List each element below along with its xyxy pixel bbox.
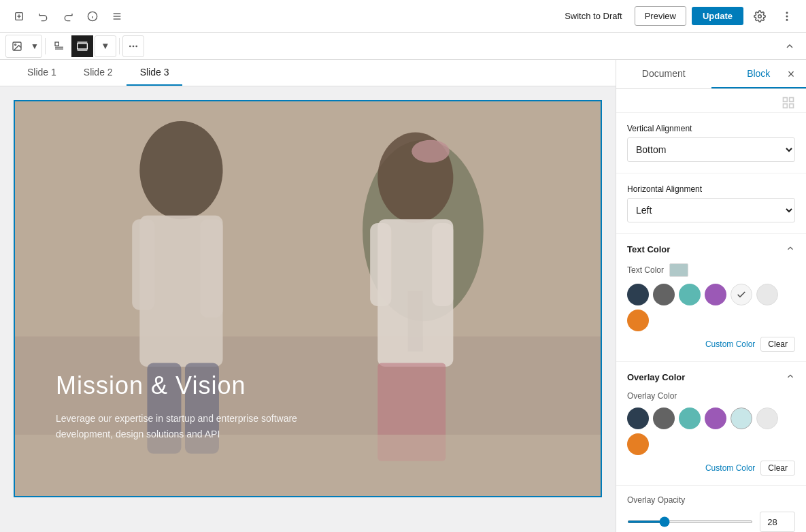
horizontal-alignment-section: Horizontal Alignment Left Center Right <box>616 173 806 234</box>
text-color-label-row: Text Color <box>627 263 795 277</box>
overlay-color-custom-row: Custom Color Clear <box>627 461 795 476</box>
top-toolbar: Switch to Draft Preview Update <box>0 0 806 33</box>
text-swatch-gray[interactable] <box>653 284 675 305</box>
svg-rect-45 <box>790 104 794 108</box>
top-right-actions: Switch to Draft Preview Update <box>558 5 798 27</box>
toolbar-divider-2 <box>119 38 120 54</box>
overlay-color-clear-btn[interactable]: Clear <box>760 461 795 476</box>
overlay-color-header: Overlay Color <box>627 371 795 383</box>
overlay-custom-color-btn[interactable]: Custom Color <box>705 463 755 473</box>
overlay-swatch-light-teal[interactable] <box>731 408 752 429</box>
svg-point-12 <box>786 18 788 20</box>
text-swatch-teal[interactable] <box>679 284 701 305</box>
info-button[interactable] <box>82 5 103 27</box>
vertical-alignment-section: Vertical Alignment Top Center Bottom <box>616 113 806 173</box>
text-swatch-purple[interactable] <box>705 284 726 305</box>
svg-rect-44 <box>784 104 788 108</box>
text-color-section-title: Text Color <box>627 244 670 254</box>
svg-point-14 <box>15 44 16 45</box>
text-color-custom-row: Custom Color Clear <box>627 337 795 352</box>
overlay-swatch-dark-blue[interactable] <box>627 408 649 429</box>
svg-point-22 <box>133 45 135 47</box>
text-swatch-orange[interactable] <box>627 310 649 331</box>
overlay-color-label: Overlay Color <box>627 391 677 401</box>
align-none-btn[interactable] <box>48 35 70 57</box>
slide-title: Mission & Vision <box>56 371 341 400</box>
vertical-alignment-label: Vertical Alignment <box>627 124 795 133</box>
horizontal-alignment-select[interactable]: Left Center Right <box>627 198 795 222</box>
svg-rect-15 <box>55 42 58 46</box>
horizontal-alignment-label: Horizontal Alignment <box>627 184 795 194</box>
overlay-swatch-orange[interactable] <box>627 433 649 455</box>
sidebar-content: Vertical Alignment Top Center Bottom Hor… <box>616 89 806 532</box>
overlay-swatch-gray[interactable] <box>653 408 675 429</box>
text-color-section: Text Color Text Color <box>616 234 806 362</box>
vertical-alignment-select[interactable]: Top Center Bottom <box>627 137 795 162</box>
update-button[interactable]: Update <box>692 7 743 25</box>
svg-point-10 <box>786 12 788 14</box>
svg-point-9 <box>758 14 762 18</box>
align-wide-btn[interactable] <box>71 35 93 57</box>
slide-image-container: Mission & Vision Leverage our expertise … <box>15 101 601 496</box>
overlay-opacity-slider[interactable] <box>627 520 753 523</box>
tab-document[interactable]: Document <box>616 60 711 88</box>
svg-rect-43 <box>790 98 794 102</box>
slide-content: Mission & Vision Leverage our expertise … <box>14 100 602 497</box>
text-custom-color-btn[interactable]: Custom Color <box>705 339 755 349</box>
text-color-clear-btn[interactable]: Clear <box>760 337 795 352</box>
list-view-button[interactable] <box>106 5 128 27</box>
undo-button[interactable] <box>33 5 54 27</box>
svg-point-11 <box>786 15 788 17</box>
overlay-color-label-row: Overlay Color <box>627 391 795 401</box>
slide-tabs: Slide 1 Slide 2 Slide 3 <box>0 60 616 86</box>
overlay-color-swatches <box>627 408 795 455</box>
text-color-swatches <box>627 284 795 331</box>
text-swatch-check[interactable] <box>731 284 752 305</box>
overlay-swatch-purple[interactable] <box>705 408 726 429</box>
collapse-toolbar-btn[interactable] <box>779 35 801 57</box>
sidebar-tabs: Document Block × <box>616 60 806 89</box>
add-block-button[interactable] <box>8 5 30 27</box>
slide-tab-3[interactable]: Slide 3 <box>127 60 183 86</box>
slide-tab-2[interactable]: Slide 2 <box>70 60 127 86</box>
more-options-button[interactable] <box>776 5 798 27</box>
slide-body: Leverage our expertise in startup and en… <box>56 411 341 442</box>
text-color-preview[interactable] <box>669 263 688 277</box>
sidebar-close-button[interactable]: × <box>782 65 801 84</box>
svg-rect-18 <box>78 44 88 49</box>
text-color-collapse-btn[interactable] <box>786 244 795 255</box>
overlay-opacity-row <box>627 512 795 532</box>
overlay-color-collapse-btn[interactable] <box>786 371 795 383</box>
block-type-group: ▼ <box>5 35 42 58</box>
overlay-opacity-input[interactable] <box>760 512 795 532</box>
text-color-label: Text Color <box>627 265 664 275</box>
text-swatch-dark-blue[interactable] <box>627 284 649 305</box>
right-sidebar: Document Block × Vertical Alignment Top … <box>616 60 806 532</box>
switch-to-draft-button[interactable]: Switch to Draft <box>558 7 629 25</box>
block-options-btn[interactable] <box>122 35 144 57</box>
slide-background: Mission & Vision Leverage our expertise … <box>15 101 601 496</box>
image-block-btn[interactable] <box>6 35 28 57</box>
slide-tab-1[interactable]: Slide 1 <box>14 60 70 86</box>
overlay-swatch-white[interactable] <box>756 408 778 429</box>
toolbar-divider-1 <box>45 38 46 54</box>
svg-point-21 <box>129 45 131 47</box>
overlay-opacity-section: Overlay Opacity <box>616 486 806 532</box>
redo-button[interactable] <box>57 5 79 27</box>
svg-rect-42 <box>784 98 788 102</box>
slide-text-overlay: Mission & Vision Leverage our expertise … <box>56 371 341 442</box>
close-icon: × <box>788 67 795 82</box>
settings-button[interactable] <box>749 5 771 27</box>
overlay-color-section-title: Overlay Color <box>627 372 685 382</box>
align-more-btn[interactable]: ▼ <box>95 35 116 57</box>
text-swatch-white[interactable] <box>756 284 778 305</box>
svg-point-23 <box>135 45 137 47</box>
main-area: Slide 1 Slide 2 Slide 3 <box>0 60 806 532</box>
editor-area: Slide 1 Slide 2 Slide 3 <box>0 60 616 532</box>
overlay-color-section: Overlay Color Overlay Color <box>616 362 806 486</box>
block-toolbar: ▼ ▼ <box>0 33 806 60</box>
text-color-header: Text Color <box>627 244 795 255</box>
preview-button[interactable]: Preview <box>635 6 686 26</box>
overlay-swatch-teal[interactable] <box>679 408 701 429</box>
overlay-opacity-label: Overlay Opacity <box>627 495 795 505</box>
